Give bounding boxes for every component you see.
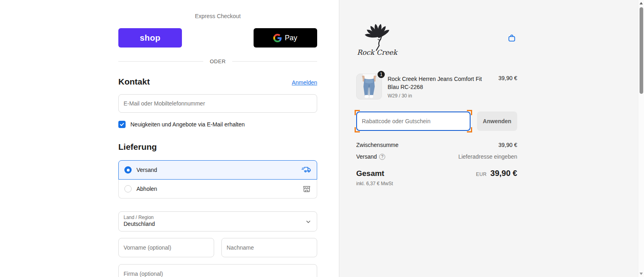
google-g-icon — [273, 34, 282, 42]
apply-discount-button[interactable]: Anwenden — [477, 112, 517, 131]
contact-heading: Kontakt — [118, 76, 150, 87]
delivery-option-shipping[interactable]: Versand — [118, 160, 317, 180]
scrollbar-thumb[interactable] — [640, 7, 643, 94]
total-value: 39,90 € — [490, 169, 517, 178]
delivery-method-group: Versand Abholen — [118, 160, 317, 198]
delivery-option-label: Abholen — [136, 186, 297, 192]
express-checkout-title: Express Checkout — [118, 13, 317, 19]
cart-line-item: 1 Rock Creek Herren Jeans Comfort Fit Bl… — [356, 74, 517, 99]
tax-note: inkl. 6,37 € MwSt — [356, 181, 517, 186]
newsletter-checkbox[interactable] — [118, 121, 126, 128]
target-corner-icon — [355, 127, 360, 132]
newsletter-checkbox-row[interactable]: Neuigkeiten und Angebote via E-Mail erha… — [118, 121, 317, 128]
chevron-down-icon — [305, 219, 311, 225]
target-corner-icon — [355, 110, 360, 115]
scrollbar-down-arrow-icon[interactable] — [640, 273, 643, 275]
scrollbar-up-arrow-icon[interactable] — [640, 2, 643, 4]
radio-selected-icon[interactable] — [124, 166, 132, 174]
newsletter-label: Neuigkeiten und Angebote via E-Mail erha… — [130, 121, 245, 128]
discount-input-highlight — [356, 112, 471, 131]
company-input[interactable] — [118, 264, 317, 277]
store-icon — [302, 184, 311, 193]
product-price: 39,90 € — [498, 74, 517, 99]
first-name-input[interactable] — [118, 238, 214, 257]
shop-pay-button[interactable]: shop — [118, 28, 182, 48]
country-select-value: Deutschland — [124, 221, 311, 227]
delivery-option-pickup[interactable]: Abholen — [118, 180, 317, 198]
delivery-option-label: Versand — [136, 167, 297, 173]
rock-creek-logo: Rock Creek — [356, 19, 400, 56]
truck-icon — [301, 165, 311, 175]
total-currency: EUR — [476, 172, 487, 177]
jeans-photo — [357, 74, 382, 99]
country-select[interactable]: Land / Region Deutschland — [118, 211, 317, 232]
shipping-value: Lieferadresse eingeben — [458, 153, 517, 160]
subtotal-value: 39,90 € — [498, 142, 517, 148]
express-wallet-buttons: shop Pay — [118, 28, 317, 48]
shipping-help-icon[interactable]: ? — [379, 154, 385, 160]
radio-unselected-icon[interactable] — [124, 185, 132, 192]
product-variant: W29 / 30 in — [388, 93, 493, 99]
target-corner-icon — [467, 127, 472, 132]
svg-text:Rock Creek: Rock Creek — [357, 48, 398, 56]
email-input[interactable] — [118, 94, 317, 113]
cost-summary: Zwischensumme 39,90 € Versand ? Lieferad… — [356, 142, 517, 186]
order-summary-pane: Rock Creek — [339, 0, 644, 277]
country-select-label: Land / Region — [124, 215, 311, 220]
checkout-form-pane: Express Checkout shop Pay ODER — [0, 0, 339, 277]
discount-code-input[interactable] — [356, 112, 471, 131]
checkout-page: Express Checkout shop Pay ODER — [0, 0, 644, 277]
subtotal-label: Zwischensumme — [356, 142, 398, 148]
shopping-bag-icon — [507, 33, 516, 43]
or-divider: ODER — [118, 58, 317, 64]
shop-pay-logo: shop — [140, 33, 160, 43]
google-pay-label: Pay — [285, 34, 297, 42]
shipping-label: Versand — [356, 153, 377, 160]
divider-line — [118, 61, 203, 62]
login-link[interactable]: Anmelden — [292, 79, 317, 86]
divider-text: ODER — [203, 58, 232, 64]
checkmark-icon — [120, 122, 124, 127]
product-title: Rock Creek Herren Jeans Comfort Fit Blau… — [388, 75, 493, 91]
vertical-scrollbar[interactable] — [638, 0, 644, 277]
target-corner-icon — [467, 110, 472, 115]
divider-line — [232, 61, 317, 62]
quantity-badge: 1 — [377, 70, 386, 79]
total-label: Gesamt — [356, 169, 384, 178]
last-name-input[interactable] — [221, 238, 317, 257]
cart-button[interactable] — [506, 33, 517, 43]
google-pay-button[interactable]: Pay — [254, 28, 317, 48]
delivery-heading: Lieferung — [118, 142, 317, 152]
